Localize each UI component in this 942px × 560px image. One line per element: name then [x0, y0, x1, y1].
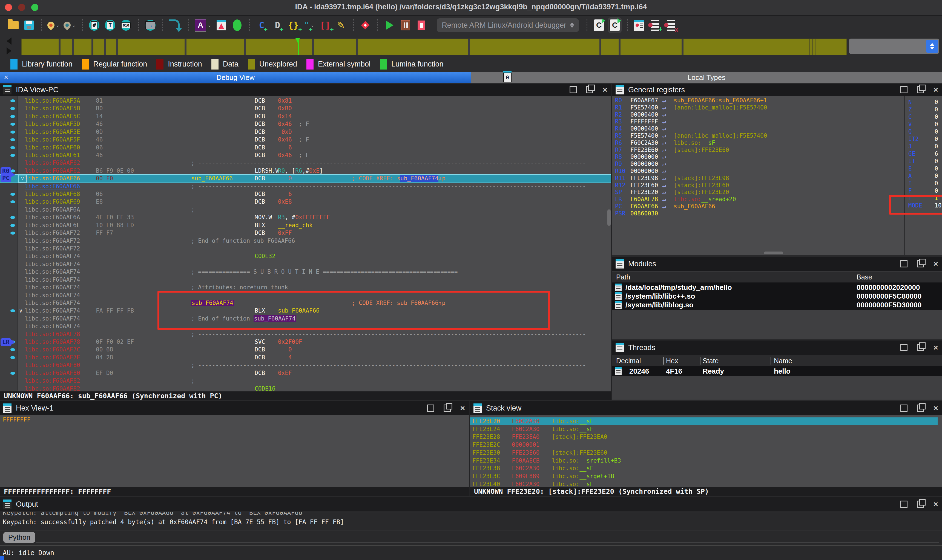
asm-line[interactable]: libc.so:F60AAF82; ----------------------… — [0, 377, 611, 385]
make-string-icon[interactable]: "+⌄ — [303, 19, 315, 31]
threads-header[interactable]: DecimalHexStateName — [612, 355, 942, 366]
make-array-icon[interactable]: []+ — [319, 19, 331, 31]
modules-rows[interactable]: /data/local/tmp/study_arm/hello000000000… — [612, 283, 942, 310]
delete-breakpoint-icon[interactable] — [665, 19, 677, 31]
jump-location-icon[interactable]: ⌄ — [47, 19, 60, 31]
undo-jump-icon[interactable] — [169, 19, 182, 31]
asm-line[interactable]: libc.so:F60AAF5C14DCB0x14 — [0, 112, 611, 120]
asm-line[interactable]: libc.so:F60AAF82CODE16 — [0, 385, 611, 391]
tab-local-types[interactable]: 0Local Types — [471, 72, 942, 83]
maximize-icon[interactable] — [427, 405, 434, 412]
asm-line[interactable]: libc.so:F60AAF74 — [0, 276, 611, 284]
flag-row[interactable]: GE6 — [908, 150, 941, 158]
register-row[interactable]: R1F5E57400↵[anon:libc_malloc]:F5E57400 — [612, 104, 903, 111]
register-row[interactable]: R800000000↵ — [612, 153, 903, 160]
flag-list[interactable]: N0Z0C0V0Q0IT20J0GE6IT0E0A0I0F0T1MODE10 — [904, 96, 942, 255]
asm-line[interactable]: libc.so:F60AAF66; ----------------------… — [0, 183, 611, 191]
asm-line[interactable]: libc.so:F60AAF5D46DCB0x46 ; F — [0, 120, 611, 128]
data-text-icon[interactable]: T — [104, 19, 116, 31]
flag-row[interactable]: V0 — [908, 121, 941, 128]
float-icon[interactable] — [917, 405, 924, 412]
close-icon[interactable]: × — [603, 87, 607, 92]
asm-line[interactable]: libc.so:F60AAF74; End of function sub_F6… — [0, 315, 611, 323]
threads-rows[interactable]: 202464F16Readyhello — [612, 366, 942, 376]
stack-row[interactable]: FFE23E3CF609F889libc.so:__srget+1B — [470, 472, 937, 480]
lumina-icon[interactable] — [231, 19, 243, 31]
stepper-icon[interactable] — [926, 40, 938, 53]
asm-line[interactable]: libc.so:F60AAF6A4F F0 FF 33MOV.WR3, #0xF… — [0, 214, 611, 222]
register-row[interactable]: R12FFE23E60↵[stack]:FFE23E60 — [612, 182, 903, 189]
asm-line[interactable]: libc.so:F60AAF74 — [0, 322, 611, 330]
address-band[interactable] — [22, 38, 847, 55]
close-icon[interactable]: × — [933, 502, 938, 507]
asm-line[interactable]: libc.so:F60AAF72 — [0, 245, 611, 252]
data-binary-icon[interactable]: 010 — [120, 19, 132, 31]
float-icon[interactable] — [917, 501, 924, 508]
asm-line[interactable]: libc.so:F60AAF78; ----------------------… — [0, 330, 611, 338]
output-log[interactable]: Keypatch: attempting to modify "BLX 0xF6… — [0, 512, 942, 531]
float-icon[interactable] — [917, 344, 924, 351]
asm-line[interactable]: libc.so:F60AAF74; Attributes: noreturn t… — [0, 283, 611, 291]
register-row[interactable]: R0F60AAF67↵sub_F60AAF66:sub_F60AAF66+1 — [612, 97, 903, 104]
sorted-names-icon[interactable] — [215, 19, 227, 31]
splitter[interactable] — [469, 401, 470, 496]
flag-row[interactable]: F0 — [908, 187, 941, 195]
asm-line[interactable]: libc.so:F60AAF74sub_F60AAF74; CODE XREF:… — [0, 299, 611, 307]
make-struct-icon[interactable]: {}+ — [287, 19, 299, 31]
asm-line[interactable]: libc.so:F60AAF74 — [0, 291, 611, 299]
make-data-icon[interactable]: D+ — [271, 19, 284, 31]
continue-process-icon[interactable] — [384, 19, 396, 31]
asm-line[interactable]: libc.so:F60AAF6146DCB0x46 ; F — [0, 151, 611, 159]
stack-row[interactable]: FFE23E20F60C2A30libc.so:__sF — [470, 417, 937, 425]
scrollbar[interactable] — [764, 252, 783, 254]
flag-row[interactable]: Q0 — [908, 128, 941, 135]
register-row[interactable]: LRF60AAF78↵libc.so:__sread+20 — [612, 196, 903, 203]
flag-row[interactable]: IT20 — [908, 135, 941, 143]
register-row[interactable]: R400000400↵ — [612, 125, 903, 132]
flag-row[interactable]: IT0 — [908, 158, 941, 165]
module-row[interactable]: /data/local/tmp/study_arm/hello000000000… — [612, 283, 942, 292]
asm-line[interactable]: libc.so:F60AAF6E10 F0 88 EDBLX__read_chk — [0, 222, 611, 229]
asm-line[interactable]: libc.so:F60AAF6806DCB 6 — [0, 190, 611, 198]
jump-back-icon[interactable]: ⌄ — [63, 19, 76, 31]
suspend-process-icon[interactable] — [399, 19, 412, 31]
breakpoint-icon[interactable] — [359, 19, 371, 31]
maximize-icon[interactable] — [900, 260, 908, 268]
flag-row[interactable]: MODE10 — [908, 202, 941, 209]
asm-line[interactable]: ∨libc.so:F60AAF74FA FF FF FBBLXsub_F60AA… — [0, 307, 611, 315]
close-icon[interactable]: × — [460, 405, 465, 411]
stack-row[interactable]: FFE23E24F60C2A30libc.so:__sF — [470, 425, 937, 433]
stop-process-icon[interactable] — [415, 19, 427, 31]
flag-row[interactable]: N0 — [908, 98, 941, 106]
asm-line[interactable]: libc.so:F60AAF5F46DCB0x46 ; F — [0, 136, 611, 144]
asm-line[interactable]: libc.so:F60AAF5A81DCB0x81 — [0, 97, 611, 105]
flag-row[interactable]: A0 — [908, 172, 941, 180]
close-icon[interactable]: × — [933, 405, 938, 411]
asm-line[interactable]: libc.so:F60AAF5BB0DCB0xB0 — [0, 105, 611, 112]
patch-icon[interactable]: ✎ — [335, 19, 347, 31]
nav-zoom-select[interactable] — [849, 38, 939, 54]
debugger-selector[interactable]: Remote ARM Linux/Android debugger — [437, 18, 579, 32]
register-row[interactable]: PSR00860030 — [612, 210, 903, 217]
tab-debug-view[interactable]: ×Debug View — [0, 72, 471, 83]
step-into-icon[interactable]: C — [593, 19, 605, 31]
stack-rows[interactable]: FFE23E20F60C2A30libc.so:__sFFFE23E24F60C… — [470, 416, 942, 487]
python-button[interactable]: Python — [3, 532, 35, 543]
maximize-icon[interactable] — [900, 405, 908, 412]
asm-line[interactable]: libc.so:F60AAF74 — [0, 260, 611, 268]
close-icon[interactable]: × — [933, 87, 938, 92]
breakpoint-list-icon[interactable] — [633, 19, 645, 31]
flag-row[interactable]: Z0 — [908, 106, 941, 113]
step-over-icon[interactable]: C — [609, 19, 621, 31]
close-icon[interactable]: × — [933, 261, 938, 266]
asm-line[interactable]: libc.so:F60AAF7C00 68DCB 0 — [0, 346, 611, 354]
register-row[interactable]: SPFFE23E20↵[stack]:FFE23E20 — [612, 189, 903, 196]
asm-line[interactable]: libc.so:F60AAF62; ----------------------… — [0, 159, 611, 167]
module-row[interactable]: /system/lib/libc++.so00000000F5C80000 — [612, 292, 942, 300]
nav-scroll-buttons[interactable] — [6, 37, 11, 54]
asm-line[interactable]: libc.so:F60AAF62B6 F9 0E 00LDRSH.WR0, [R… — [0, 167, 611, 175]
splitter[interactable] — [611, 84, 612, 400]
float-icon[interactable] — [917, 260, 924, 268]
hex-bytes[interactable]: FFFFFFFF — [3, 416, 31, 423]
asm-line[interactable]: libc.so:F60AAF6A; ----------------------… — [0, 206, 611, 214]
